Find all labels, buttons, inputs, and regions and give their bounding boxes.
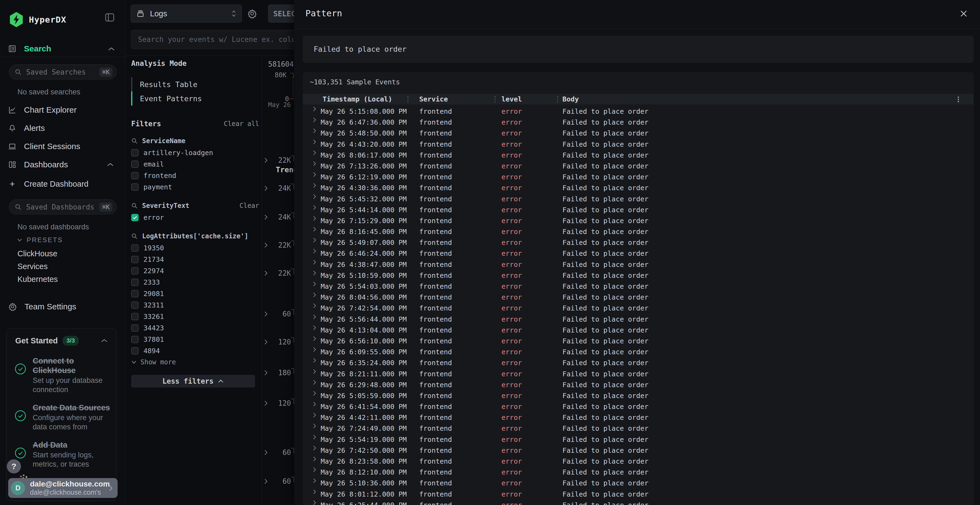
- event-row[interactable]: May 26 6:41:54.000 PMfrontenderrorFailed…: [303, 401, 974, 412]
- trend-result-row[interactable]: 24K: [262, 184, 294, 192]
- trend-result-row[interactable]: 60: [262, 448, 294, 457]
- chevron-up-icon[interactable]: [108, 47, 115, 51]
- checkbox[interactable]: [131, 172, 138, 179]
- filter-checkbox-row[interactable]: 19350: [131, 242, 259, 254]
- event-row[interactable]: May 26 4:13:04.000 PMfrontenderrorFailed…: [303, 325, 974, 336]
- trend-result-row[interactable]: 22K: [262, 269, 294, 277]
- event-row[interactable]: May 26 5:56:44.000 PMfrontenderrorFailed…: [303, 314, 974, 325]
- chevron-up-icon[interactable]: [101, 338, 108, 343]
- column-resize-handle[interactable]: [407, 96, 408, 103]
- event-row[interactable]: May 26 5:10:59.000 PMfrontenderrorFailed…: [303, 270, 974, 281]
- checkbox[interactable]: [131, 160, 138, 168]
- filter-checkbox-row[interactable]: error: [131, 212, 259, 223]
- less-filters-button[interactable]: Less filters: [131, 375, 255, 387]
- event-row[interactable]: May 26 4:30:36.000 PMfrontenderrorFailed…: [303, 183, 974, 194]
- sidebar-item-chart-explorer[interactable]: Chart Explorer: [0, 102, 125, 118]
- event-row[interactable]: May 26 8:12:10.000 PMfrontenderrorFailed…: [303, 467, 974, 478]
- filter-checkbox-row[interactable]: frontend: [131, 170, 259, 181]
- trend-result-row[interactable]: 60: [262, 310, 294, 318]
- checkbox[interactable]: [131, 149, 138, 156]
- checkbox[interactable]: [131, 302, 138, 309]
- checkbox[interactable]: [131, 347, 138, 354]
- event-row[interactable]: May 26 8:21:11.000 PMfrontenderrorFailed…: [303, 369, 974, 380]
- checkbox[interactable]: [131, 256, 138, 263]
- saved-searches-input[interactable]: Saved Searches ⌘K: [9, 65, 116, 79]
- event-row[interactable]: May 26 5:10:36.000 PMfrontenderrorFailed…: [303, 478, 974, 489]
- event-row[interactable]: May 26 6:29:48.000 PMfrontenderrorFailed…: [303, 380, 974, 391]
- event-row[interactable]: May 26 5:48:50.000 PMfrontenderrorFailed…: [303, 128, 974, 139]
- filter-checkbox-row[interactable]: 4894: [131, 345, 259, 356]
- sidebar-item-team-settings[interactable]: Team Settings: [0, 299, 125, 314]
- checkbox[interactable]: [131, 183, 138, 191]
- trend-result-row[interactable]: 120: [262, 399, 294, 407]
- collapse-sidebar-icon[interactable]: [105, 13, 115, 22]
- get-started-item[interactable]: Connect to ClickHouseSet up your databas…: [6, 352, 116, 399]
- filter-checkbox-row[interactable]: 33261: [131, 311, 259, 322]
- filter-checkbox-row[interactable]: 37801: [131, 333, 259, 345]
- close-icon[interactable]: [958, 8, 969, 19]
- search-icon[interactable]: [131, 202, 138, 209]
- preset-item-kubernetes[interactable]: Kubernetes: [18, 275, 58, 284]
- event-row[interactable]: May 26 6:56:10.000 PMfrontenderrorFailed…: [303, 336, 974, 347]
- event-row[interactable]: May 26 6:35:24.000 PMfrontenderrorFailed…: [303, 357, 974, 368]
- event-row[interactable]: May 26 7:42:54.000 PMfrontenderrorFailed…: [303, 303, 974, 314]
- event-row[interactable]: May 26 6:12:19.000 PMfrontenderrorFailed…: [303, 172, 974, 183]
- event-row[interactable]: May 26 8:16:45.000 PMfrontenderrorFailed…: [303, 226, 974, 237]
- analysis-mode-event-patterns[interactable]: Event Patterns: [131, 91, 259, 106]
- event-row[interactable]: May 26 7:15:29.000 PMfrontenderrorFailed…: [303, 216, 974, 226]
- event-row[interactable]: May 26 5:49:07.000 PMfrontenderrorFailed…: [303, 237, 974, 248]
- trend-result-row[interactable]: 22K: [262, 156, 294, 164]
- search-icon[interactable]: [131, 138, 138, 144]
- get-started-item[interactable]: Create Data SourcesConfigure where your …: [6, 399, 116, 436]
- sidebar-item-client-sessions[interactable]: Client Sessions: [0, 138, 125, 154]
- event-row[interactable]: May 26 6:09:55.000 PMfrontenderrorFailed…: [303, 347, 974, 357]
- sidebar-item-alerts[interactable]: Alerts: [0, 120, 125, 136]
- create-dashboard-button[interactable]: + Create Dashboard: [0, 176, 125, 192]
- show-more-toggle[interactable]: Show more: [131, 356, 259, 368]
- event-row[interactable]: May 26 7:24:49.000 PMfrontenderrorFailed…: [303, 423, 974, 434]
- trend-result-row[interactable]: 180: [262, 369, 294, 377]
- checkbox[interactable]: [131, 279, 138, 286]
- presets-toggle[interactable]: PRESETS: [17, 236, 63, 244]
- trend-result-row[interactable]: 60: [262, 477, 294, 485]
- filter-checkbox-row[interactable]: 2333: [131, 276, 259, 288]
- search-icon[interactable]: [131, 233, 138, 240]
- analysis-mode-results-table[interactable]: Results Table: [131, 77, 259, 91]
- checkbox[interactable]: [131, 313, 138, 320]
- checkbox[interactable]: [131, 267, 138, 275]
- filter-checkbox-row[interactable]: payment: [131, 181, 259, 193]
- event-row[interactable]: May 26 5:05:59.000 PMfrontenderrorFailed…: [303, 391, 974, 401]
- event-row[interactable]: May 26 4:38:47.000 PMfrontenderrorFailed…: [303, 259, 974, 270]
- filter-checkbox-row[interactable]: 32311: [131, 299, 259, 311]
- event-row[interactable]: May 26 6:46:24.000 PMfrontenderrorFailed…: [303, 248, 974, 259]
- event-row[interactable]: May 26 8:23:58.000 PMfrontenderrorFailed…: [303, 456, 974, 467]
- filter-checkbox-row[interactable]: email: [131, 158, 259, 170]
- checkbox[interactable]: [131, 290, 138, 297]
- checkbox[interactable]: [131, 245, 138, 252]
- column-resize-handle[interactable]: [557, 96, 558, 103]
- event-row[interactable]: May 26 5:45:32.000 PMfrontenderrorFailed…: [303, 194, 974, 205]
- sidebar-item-dashboards[interactable]: Dashboards: [0, 157, 125, 173]
- clear-filter-link[interactable]: Clear: [240, 202, 259, 210]
- filter-checkbox-row[interactable]: 22974: [131, 265, 259, 276]
- source-select[interactable]: Logs: [130, 5, 242, 22]
- event-row[interactable]: May 26 5:54:03.000 PMfrontenderrorFailed…: [303, 281, 974, 292]
- trend-result-row[interactable]: 24K: [262, 213, 294, 221]
- filter-checkbox-row[interactable]: artillery-loadgen: [131, 147, 259, 158]
- event-row[interactable]: May 26 5:15:08.000 PMfrontenderrorFailed…: [303, 106, 974, 117]
- user-account-chip[interactable]: D dale@clickhouse.com dale@clickhouse.co…: [8, 478, 118, 498]
- sidebar-section-search[interactable]: Search: [8, 44, 51, 53]
- event-row[interactable]: May 26 5:54:19.000 PMfrontenderrorFailed…: [303, 434, 974, 445]
- checkbox[interactable]: [131, 324, 138, 332]
- get-started-item[interactable]: Add DataStart sending logs, metrics, or …: [6, 436, 116, 473]
- preset-item-services[interactable]: Services: [18, 262, 48, 271]
- table-options-kebab-icon[interactable]: [955, 96, 962, 103]
- event-row[interactable]: May 26 4:43:20.000 PMfrontenderrorFailed…: [303, 139, 974, 150]
- filter-checkbox-row[interactable]: 21734: [131, 254, 259, 265]
- event-row[interactable]: May 26 4:42:11.000 PMfrontenderrorFailed…: [303, 412, 974, 423]
- filter-checkbox-row[interactable]: 34423: [131, 322, 259, 333]
- event-row[interactable]: May 26 5:44:14.000 PMfrontenderrorFailed…: [303, 205, 974, 216]
- event-row[interactable]: May 26 8:06:17.000 PMfrontenderrorFailed…: [303, 150, 974, 161]
- help-button[interactable]: ?: [7, 459, 21, 473]
- event-row[interactable]: May 26 7:13:26.000 PMfrontenderrorFailed…: [303, 161, 974, 172]
